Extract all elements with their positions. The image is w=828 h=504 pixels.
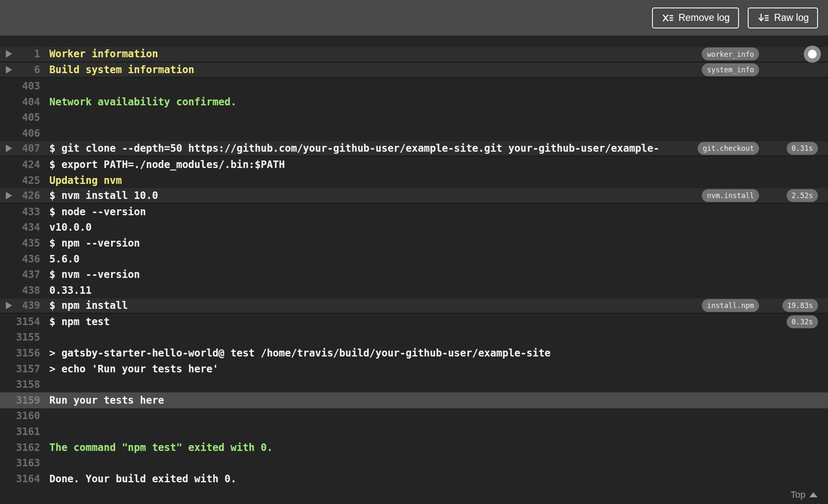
line-number[interactable]: 3163 — [0, 457, 40, 469]
line-number[interactable]: 3157 — [0, 363, 40, 375]
line-number[interactable]: 404 — [0, 96, 40, 108]
line-number[interactable]: 438 — [0, 285, 40, 296]
line-number[interactable]: 3160 — [0, 410, 40, 422]
line-text: $ npm --version — [40, 237, 140, 249]
line-text: $ export PATH=./node_modules/.bin:$PATH — [40, 159, 285, 171]
fold-name-badge: nvm.install — [702, 189, 759, 202]
duration-badge: 2.52s — [787, 189, 818, 202]
log-line: 3156 > gatsby-starter-hello-world@ test … — [0, 345, 828, 361]
line-text: Build system information — [40, 64, 194, 76]
line-number[interactable]: 3154 — [0, 316, 40, 328]
line-text: Updating nvm — [40, 175, 122, 186]
fold-name-badge: install.npm — [702, 299, 759, 312]
line-text: Done. Your build exited with 0. — [40, 473, 237, 485]
log-line: 436 5.6.0 — [0, 251, 828, 267]
fold-arrow-icon[interactable] — [6, 145, 12, 152]
line-text: $ nvm install 10.0 — [40, 190, 158, 201]
log-line: 406 — [0, 125, 828, 141]
line-text: $ git clone --depth=50 https://github.co… — [40, 143, 659, 154]
line-number[interactable]: 3164 — [0, 473, 40, 485]
scroll-indicator-dot-icon — [808, 50, 817, 59]
line-number[interactable]: 435 — [0, 237, 40, 249]
line-text: $ node --version — [40, 206, 146, 218]
line-number[interactable]: 3162 — [0, 442, 40, 453]
log-line: 434 v10.0.0 — [0, 220, 828, 236]
line-text: 0.33.11 — [40, 285, 92, 296]
line-number[interactable]: 403 — [0, 80, 40, 92]
triangle-up-icon — [809, 492, 818, 497]
line-number[interactable]: 434 — [0, 221, 40, 233]
scroll-indicator[interactable] — [804, 46, 821, 63]
log-line: 437 $ nvm --version — [0, 267, 828, 283]
fold-name-badge: worker_info — [702, 48, 759, 61]
line-text: $ nvm --version — [40, 269, 140, 280]
log-line: 426 $ nvm install 10.0 nvm.install 2.52s — [0, 188, 828, 204]
log-line: 405 — [0, 109, 828, 125]
log-line: 407 $ git clone --depth=50 https://githu… — [0, 141, 828, 157]
line-number[interactable]: 433 — [0, 206, 40, 218]
line-text: $ npm install — [40, 300, 128, 311]
fold-arrow-icon[interactable] — [6, 192, 12, 199]
log-line: 439 $ npm install install.npm 19.83s — [0, 298, 828, 314]
back-to-top-link[interactable]: Top — [791, 489, 818, 500]
line-text: $ npm test — [40, 316, 110, 328]
line-number[interactable]: 425 — [0, 175, 40, 186]
log-line: 3159 Run your tests here — [0, 392, 828, 408]
fold-arrow-icon[interactable] — [6, 302, 12, 309]
fold-name-badge: system_info — [702, 63, 759, 76]
log-line: 3155 — [0, 330, 828, 346]
log-line: 3164 Done. Your build exited with 0. — [0, 471, 828, 487]
log-line: 3158 — [0, 377, 828, 392]
log-line: 3154 $ npm test 0.32s — [0, 314, 828, 330]
line-number[interactable]: 3156 — [0, 347, 40, 359]
log-line: 435 $ npm --version — [0, 235, 828, 251]
raw-log-label: Raw log — [774, 12, 809, 23]
duration-badge: 19.83s — [782, 299, 818, 312]
fold-arrow-icon[interactable] — [6, 66, 12, 74]
line-text: The command "npm test" exited with 0. — [40, 442, 273, 453]
line-text: Network availability confirmed. — [40, 96, 237, 108]
remove-log-button[interactable]: Remove log — [652, 8, 739, 28]
line-text: Worker information — [40, 48, 158, 60]
line-number[interactable]: 3159 — [0, 395, 40, 406]
duration-badge: 0.31s — [787, 142, 818, 155]
log-line: 433 $ node --version — [0, 204, 828, 220]
line-number[interactable]: 3158 — [0, 379, 40, 390]
log-line: 3162 The command "npm test" exited with … — [0, 440, 828, 456]
line-text: 5.6.0 — [40, 253, 79, 265]
log-line: 403 — [0, 78, 828, 94]
line-number[interactable]: 406 — [0, 127, 40, 139]
build-log: 1 Worker information worker_info 6 Build… — [0, 36, 828, 487]
line-text: v10.0.0 — [40, 221, 92, 233]
log-line: 3163 — [0, 455, 828, 471]
top-label: Top — [791, 489, 805, 500]
fold-arrow-icon[interactable] — [6, 50, 12, 58]
log-line: 404 Network availability confirmed. — [0, 94, 828, 110]
log-line: 3160 — [0, 408, 828, 424]
log-toolbar: Remove log Raw log — [0, 0, 828, 36]
line-number[interactable]: 436 — [0, 253, 40, 265]
line-number[interactable]: 405 — [0, 112, 40, 123]
line-number[interactable]: 424 — [0, 159, 40, 171]
arrow-down-with-lines-icon — [757, 12, 769, 24]
log-line: 425 Updating nvm — [0, 173, 828, 188]
fold-name-badge: git.checkout — [698, 142, 759, 155]
log-line: 424 $ export PATH=./node_modules/.bin:$P… — [0, 157, 828, 173]
log-line: 1 Worker information worker_info — [0, 47, 828, 63]
line-number[interactable]: 3155 — [0, 331, 40, 343]
line-text: > gatsby-starter-hello-world@ test /home… — [40, 347, 550, 359]
log-lines: 1 Worker information worker_info 6 Build… — [0, 47, 828, 487]
log-line: 438 0.33.11 — [0, 283, 828, 298]
line-text: > echo 'Run your tests here' — [40, 363, 219, 375]
log-line: 3161 — [0, 424, 828, 440]
raw-log-button[interactable]: Raw log — [748, 8, 818, 28]
line-number[interactable]: 437 — [0, 269, 40, 280]
line-number[interactable]: 3161 — [0, 426, 40, 438]
line-text: Run your tests here — [40, 395, 164, 406]
duration-badge: 0.32s — [787, 315, 818, 328]
log-line: 6 Build system information system_info — [0, 63, 828, 79]
remove-log-label: Remove log — [678, 12, 730, 23]
log-line: 3157 > echo 'Run your tests here' — [0, 361, 828, 377]
x-with-lines-icon — [661, 12, 674, 24]
